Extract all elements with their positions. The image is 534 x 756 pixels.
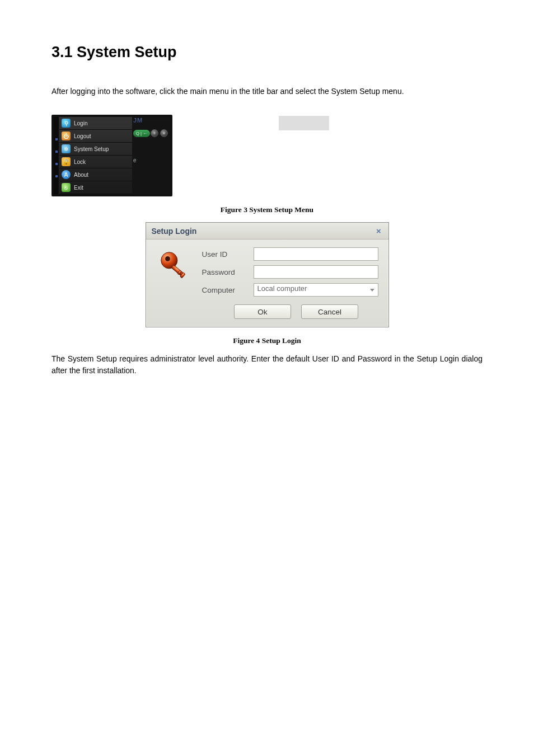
menu-item-label: Login — [74, 120, 87, 126]
intro-paragraph: After logging into the software, click t… — [51, 86, 483, 97]
figure-3-caption: Figure 3 System Setup Menu — [51, 205, 483, 214]
menu-item-label: Lock — [74, 159, 86, 165]
menu-screenshot: ⚲ Login ⏻ Logout ✲ System Setup 🔒 Lock — [51, 115, 172, 196]
menu-right-panel: JM Q | ← + × e — [132, 117, 170, 194]
ok-button[interactable]: Ok — [234, 304, 291, 319]
dialog-close-button[interactable]: × — [374, 226, 384, 236]
close-icon[interactable]: × — [160, 129, 168, 137]
side-strip — [54, 117, 59, 194]
dialog-title: Setup Login — [152, 227, 197, 236]
cancel-button[interactable]: Cancel — [301, 304, 358, 319]
exit-icon: ⎋ — [62, 183, 71, 192]
gear-icon: ✲ — [62, 144, 71, 153]
menu-item-login[interactable]: ⚲ Login — [59, 117, 132, 130]
plus-icon[interactable]: + — [151, 129, 158, 137]
menu-item-about[interactable]: A About — [59, 168, 132, 181]
login-icon: ⚲ — [62, 119, 71, 128]
menu-item-label: Logout — [74, 133, 91, 139]
figure-4-caption: Figure 4 Setup Login — [51, 336, 483, 345]
menu-item-logout[interactable]: ⏻ Logout — [59, 130, 132, 143]
menu-item-system-setup[interactable]: ✲ System Setup — [59, 143, 132, 156]
userid-input[interactable] — [254, 247, 378, 261]
logout-icon: ⏻ — [62, 132, 71, 140]
menu-item-label: Exit — [74, 185, 83, 191]
menu-item-label: System Setup — [74, 146, 109, 152]
closing-paragraph: The System Setup requires administrator … — [51, 353, 483, 376]
key-icon — [156, 247, 193, 284]
watermark-text: JM — [133, 117, 143, 124]
password-input[interactable] — [254, 265, 378, 279]
svg-point-1 — [165, 256, 170, 261]
grey-placeholder — [279, 116, 329, 130]
lock-icon: 🔒 — [62, 157, 71, 166]
userid-label: User ID — [202, 250, 246, 259]
search-back-pill[interactable]: Q | ← — [133, 130, 150, 137]
info-icon: A — [62, 170, 71, 179]
dropdown-menu: ⚲ Login ⏻ Logout ✲ System Setup 🔒 Lock — [59, 117, 132, 194]
computer-label: Computer — [202, 286, 246, 294]
stub-letter: e — [133, 157, 137, 163]
computer-select-value: Local computer — [257, 284, 307, 293]
setup-login-dialog: Setup Login × — [146, 222, 389, 327]
menu-item-exit[interactable]: ⎋ Exit — [59, 181, 132, 194]
dialog-titlebar: Setup Login × — [146, 223, 388, 240]
computer-select[interactable]: Local computer — [254, 283, 378, 297]
password-label: Password — [202, 268, 246, 276]
menu-item-lock[interactable]: 🔒 Lock — [59, 156, 132, 168]
page-heading: 3.1 System Setup — [51, 44, 483, 61]
menu-item-label: About — [74, 172, 88, 178]
